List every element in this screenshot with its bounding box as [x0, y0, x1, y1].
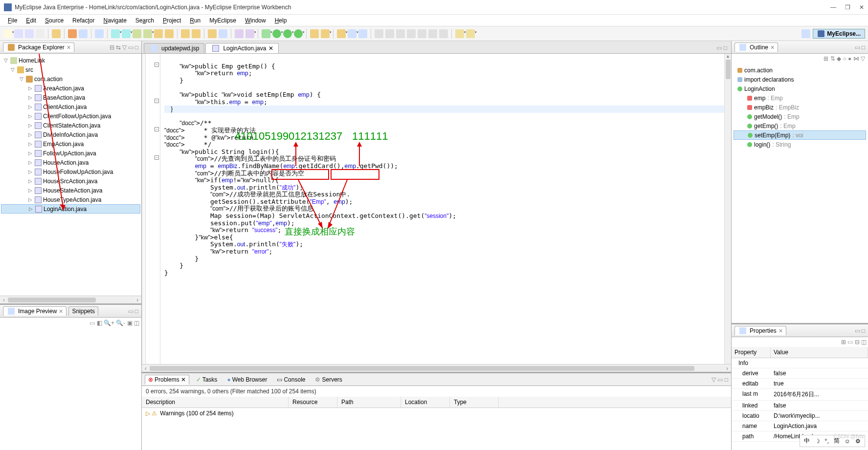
outline-item[interactable]: getEmp() : Emp [734, 121, 866, 130]
tool-icon[interactable]: ▭ [89, 320, 95, 326]
editor-body[interactable]: − − − − "kw">public Emp getEmp() { "kw">… [142, 54, 731, 364]
ime-lang[interactable]: 中 [804, 437, 810, 445]
save-all-icon[interactable] [25, 29, 34, 38]
src-node[interactable]: src [25, 66, 33, 73]
file-node[interactable]: ▷AreaAction.java [1, 84, 140, 93]
menu-icon[interactable]: ▽ [861, 55, 865, 62]
tool-icon[interactable] [111, 29, 120, 38]
editor-tab-loginaction[interactable]: LoginAction.java ✕ [205, 43, 279, 53]
menu-project[interactable]: Project [160, 16, 184, 25]
tool-icon[interactable]: ⊞ [841, 339, 846, 345]
outline-item[interactable]: setEmp(Emp) : voi [734, 130, 866, 140]
close-icon[interactable]: ✕ [67, 44, 71, 51]
package-explorer-tab[interactable]: Package Explorer ✕ [3, 43, 74, 52]
maximize-icon[interactable]: □ [135, 44, 138, 51]
filter-icon[interactable]: ○ [843, 55, 846, 62]
file-node[interactable]: ▷FollowUpAction.java [1, 149, 140, 158]
close-button[interactable]: ✕ [859, 4, 864, 11]
tool-icon[interactable]: ◫ [134, 320, 139, 326]
menu-run[interactable]: Run [187, 16, 203, 25]
code-editor[interactable]: "kw">public Emp getEmp() { "kw">return e… [160, 54, 724, 364]
maximize-icon[interactable]: □ [724, 44, 727, 51]
editor-gutter[interactable]: − − − − [146, 54, 160, 364]
filter-icon[interactable]: ● [848, 55, 851, 62]
tool-icon[interactable] [208, 29, 217, 38]
close-icon[interactable]: ✕ [181, 376, 186, 383]
tasks-tab[interactable]: ✓Tasks [193, 375, 221, 384]
package-node[interactable]: com.action [34, 76, 63, 83]
menu-navigate[interactable]: Navigate [100, 16, 129, 25]
tool-icon[interactable] [245, 29, 254, 38]
maximize-icon[interactable]: □ [862, 44, 865, 51]
file-node[interactable]: ▷EmpAction.java [1, 139, 140, 149]
tool-icon[interactable]: ⊟ [855, 339, 860, 345]
file-node[interactable]: ▷BaseAction.java [1, 93, 140, 102]
menu-file[interactable]: File [5, 16, 20, 25]
outline-tree[interactable]: com.actionimport declarationsLoginAction… [732, 64, 868, 323]
file-node[interactable]: ▷HouseTypeAction.java [1, 195, 140, 204]
close-icon[interactable]: ✕ [770, 44, 775, 51]
menu-source[interactable]: Source [42, 16, 67, 25]
save-icon[interactable] [14, 29, 23, 38]
package-explorer-tree[interactable]: ▽HomeLink ▽src ▽com.action ▷AreaAction.j… [0, 54, 141, 296]
property-row[interactable]: linkedfalse [732, 401, 868, 411]
minimize-icon[interactable]: ▭ [128, 44, 134, 51]
tool-icon[interactable] [439, 29, 448, 38]
outline-tab[interactable]: Outline ✕ [734, 43, 778, 52]
run-icon[interactable] [272, 29, 281, 38]
sort-icon[interactable]: ⇅ [830, 55, 835, 62]
outline-item[interactable]: getModel() : Emp [734, 112, 866, 121]
minimize-icon[interactable]: ▭ [128, 308, 134, 315]
property-row[interactable]: locatioD:\work\myeclip... [732, 411, 868, 421]
property-row[interactable]: nameLoginAction.java [732, 421, 868, 431]
minimize-icon[interactable]: ▭ [855, 44, 860, 51]
tool-icon[interactable]: ▭ [847, 339, 853, 345]
problems-tab[interactable]: ⊗Problems✕ [145, 375, 189, 385]
outline-item[interactable]: LoginAction [734, 84, 866, 93]
minimize-icon[interactable]: ▭ [855, 327, 860, 334]
tool-icon[interactable] [192, 29, 200, 38]
tool-icon[interactable] [122, 29, 131, 38]
tool-icon[interactable] [428, 29, 437, 38]
run-icon[interactable] [294, 29, 303, 38]
outline-item[interactable]: empBiz : EmpBiz [734, 103, 866, 112]
print-icon[interactable] [36, 29, 45, 38]
menu-window[interactable]: Window [242, 16, 269, 25]
search-icon[interactable] [358, 29, 367, 38]
file-node[interactable]: ▷LoginAction.java [1, 204, 140, 214]
web-browser-tab[interactable]: ●Web Browser [224, 375, 270, 384]
snippets-tab[interactable]: Snippets [68, 306, 98, 316]
forward-icon[interactable] [466, 29, 475, 38]
console-tab[interactable]: ▭Console [274, 375, 308, 384]
file-node[interactable]: ▷DivideInfoAction.java [1, 130, 140, 139]
menu-icon[interactable]: ▽ [122, 44, 127, 51]
editor-tab-updatepwd[interactable]: updatepwd.jsp [144, 43, 204, 53]
sort-icon[interactable]: ⊞ [823, 55, 828, 62]
tool-icon[interactable] [181, 29, 190, 38]
file-node[interactable]: ▷ClientStateAction.java [1, 121, 140, 130]
maximize-button[interactable]: ❐ [845, 4, 850, 11]
file-node[interactable]: ▷HouseAction.java [1, 158, 140, 167]
file-node[interactable]: ▷ClientAction.java [1, 102, 140, 111]
open-perspective-icon[interactable] [801, 29, 810, 38]
tool-icon[interactable]: ◧ [97, 320, 102, 326]
ime-moon-icon[interactable]: ☽ [815, 438, 820, 445]
filter-icon[interactable]: ⋈ [853, 55, 859, 62]
zoom-out-icon[interactable]: 🔍- [116, 320, 125, 326]
zoom-in-icon[interactable]: 🔍+ [104, 320, 114, 326]
outline-item[interactable]: login() : String [734, 140, 866, 149]
back-icon[interactable] [455, 29, 464, 38]
maximize-icon[interactable]: □ [862, 327, 865, 334]
tool-icon[interactable] [348, 29, 356, 38]
close-icon[interactable]: ✕ [59, 308, 63, 315]
problems-row[interactable]: ▷ ⚠ Warnings (100 of 254 items) [142, 408, 731, 419]
tool-icon[interactable] [337, 29, 346, 38]
property-row[interactable]: editabtrue [732, 379, 868, 389]
tool-icon[interactable] [165, 29, 174, 38]
file-node[interactable]: ▷HouseFollowUpAction.java [1, 167, 140, 176]
tool-icon[interactable] [396, 29, 405, 38]
tool-icon[interactable] [321, 29, 330, 38]
tool-icon[interactable] [235, 29, 244, 38]
link-icon[interactable]: ⇆ [116, 44, 121, 51]
property-row[interactable]: derivefalse [732, 368, 868, 379]
